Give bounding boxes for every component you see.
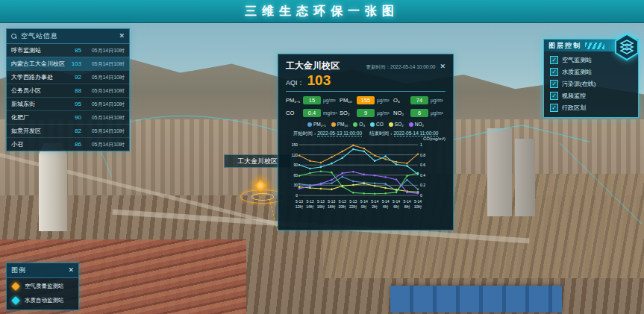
station-aqi-value: 86 — [65, 141, 81, 148]
pollutant-value-badge: 0.4 — [303, 109, 321, 117]
start-time-value[interactable]: 2022-05-13 11:00:00 — [317, 131, 362, 136]
station-list: 呼市监测站8505月14日10时内蒙古工大金川校区10305月14日10时大学西… — [7, 44, 129, 151]
decorative-stripes — [585, 43, 604, 49]
svg-text:8时: 8时 — [404, 204, 410, 209]
layer-label: 行政区划 — [562, 104, 586, 112]
station-row[interactable]: 新城东街9505月14日10时 — [7, 97, 129, 110]
svg-text:5-13: 5-13 — [296, 199, 303, 204]
pollutant-cell: PM₂.₅15µg/m³ — [286, 96, 338, 104]
legend-item[interactable]: O₃ — [353, 122, 365, 127]
layer-label: 空气监测站 — [562, 56, 592, 64]
checkbox-icon[interactable]: ✓ — [550, 104, 558, 112]
pollutant-value-badge: 6 — [410, 109, 428, 117]
station-list-panel: 空气站信息 ✕ 呼市监测站8505月14日10时内蒙古工大金川校区10305月1… — [6, 28, 130, 151]
station-name: 呼市监测站 — [11, 46, 65, 54]
svg-text:90: 90 — [293, 163, 298, 167]
station-row[interactable]: 化肥厂9005月14日10时 — [7, 110, 129, 124]
legend-label: CO — [376, 122, 384, 127]
svg-text:1: 1 — [420, 142, 422, 147]
svg-text:6时: 6时 — [393, 204, 399, 209]
svg-text:5-13: 5-13 — [306, 199, 313, 204]
pollutant-cell: NO₂6µg/m³ — [393, 109, 446, 117]
checkbox-icon[interactable]: ✓ — [550, 56, 558, 64]
svg-text:0.4: 0.4 — [420, 173, 425, 178]
divider — [286, 91, 446, 92]
svg-text:5-14: 5-14 — [371, 199, 378, 204]
legend-label: PM₂.₅ — [313, 122, 326, 127]
station-row[interactable]: 内蒙古工大金川校区10305月14日10时 — [7, 57, 129, 70]
legend-item[interactable]: PM₂.₅ — [307, 122, 326, 127]
svg-text:18时: 18时 — [328, 204, 336, 209]
pollutant-unit: µg/m³ — [431, 110, 443, 116]
legend-list: 空气质量监测站水质自动监测站 — [7, 278, 78, 310]
pollutant-label: PM₂.₅ — [286, 97, 301, 104]
legend-item-label: 空气质量监测站 — [25, 283, 64, 290]
svg-text:0.8: 0.8 — [420, 153, 425, 157]
gray-tower-building — [515, 139, 535, 216]
layer-toggle-row[interactable]: ✓水质监测站 — [550, 68, 632, 76]
legend-panel-header: 图例 ✕ — [7, 263, 78, 278]
update-time-label: 更新时间： — [366, 64, 391, 69]
svg-text:5-14: 5-14 — [414, 199, 422, 204]
svg-text:0.2: 0.2 — [420, 183, 425, 187]
close-icon[interactable]: ✕ — [440, 63, 446, 70]
station-row[interactable]: 小召8605月14日10时 — [7, 137, 129, 151]
app-stage: 三维生态环保一张图 空气站信息 ✕ 呼市监测站8505月14日10时内蒙古工大金… — [0, 0, 644, 314]
legend-item[interactable]: NO₂ — [409, 122, 424, 127]
pollutant-label: SO₂ — [340, 110, 354, 116]
popup-update-time: 更新时间：2022-05-14 10:00:00 — [366, 64, 436, 71]
station-aqi-value: 90 — [65, 114, 81, 121]
legend-item[interactable]: PM₁₀ — [331, 122, 348, 127]
station-row[interactable]: 呼市监测站8505月14日10时 — [7, 44, 129, 57]
gray-tower-building — [487, 128, 512, 216]
station-row[interactable]: 如意开发区8205月14日10时 — [7, 124, 129, 137]
pollutant-unit: µg/m³ — [431, 98, 443, 103]
pollutant-value-badge: 9 — [357, 109, 375, 117]
station-aqi-value: 95 — [65, 101, 81, 107]
svg-text:12时: 12时 — [296, 204, 304, 209]
svg-text:5-13: 5-13 — [328, 199, 335, 204]
legend-item-label: 水质自动监测站 — [25, 297, 64, 304]
close-icon[interactable]: ✕ — [68, 267, 74, 274]
pollutant-cell: PM₁₀155µg/m³ — [340, 96, 392, 104]
checkbox-icon[interactable]: ✓ — [550, 80, 558, 88]
right-axis-unit-label: CO(mg/m³) — [423, 136, 446, 141]
layer-toggle-row[interactable]: ✓行政区划 — [550, 104, 632, 112]
pollutant-trend-chart: CO(mg/m³) 030609012015000.20.40.60.815-1… — [286, 139, 446, 225]
pollutant-unit: µg/m³ — [323, 98, 336, 103]
pollutant-unit: mg/m³ — [323, 110, 337, 116]
svg-text:5-14: 5-14 — [404, 199, 411, 204]
svg-text:4时: 4时 — [383, 204, 389, 209]
blue-roof-warehouses — [390, 286, 562, 313]
legend-color-dot — [389, 122, 393, 127]
station-name: 化肥厂 — [11, 113, 65, 122]
aqi-value: 103 — [307, 73, 331, 87]
svg-text:22时: 22时 — [349, 204, 357, 209]
layer-list: ✓空气监测站✓水质监测站✓污染源(在线)✓视频监控✓行政区划 — [544, 51, 638, 117]
station-row[interactable]: 公务员小区8805月14日10时 — [7, 84, 129, 97]
layer-toggle-row[interactable]: ✓视频监控 — [550, 92, 632, 100]
pollutant-cell: SO₂9µg/m³ — [340, 109, 392, 117]
svg-text:0.6: 0.6 — [420, 163, 425, 167]
map-legend-item: 水质自动监测站 — [13, 297, 72, 304]
checkbox-icon[interactable]: ✓ — [550, 92, 558, 100]
svg-text:5-14: 5-14 — [382, 199, 390, 204]
checkbox-icon[interactable]: ✓ — [550, 68, 558, 76]
update-time-value: 2022-05-14 10:00:00 — [390, 64, 435, 69]
station-detail-popup: 工大金川校区 更新时间：2022-05-14 10:00:00 ✕ AQI： 1… — [278, 54, 454, 230]
layer-toggle-row[interactable]: ✓污染源(在线) — [550, 80, 632, 88]
layers-icon[interactable] — [613, 33, 640, 61]
station-aqi-value: 85 — [65, 47, 81, 54]
layer-label: 水质监测站 — [562, 68, 592, 76]
marker-pulse-ring — [251, 193, 274, 201]
station-row[interactable]: 大学西路办事处9205月14日10时 — [7, 70, 129, 84]
station-name: 大学西路办事处 — [11, 73, 65, 81]
end-time-value[interactable]: 2022-05-14 11:00:00 — [394, 131, 439, 136]
station-panel-header: 空气站信息 ✕ — [7, 29, 129, 44]
legend-item[interactable]: SO₂ — [389, 122, 404, 127]
station-aqi-value: 103 — [65, 60, 81, 67]
legend-marker-icon — [11, 282, 19, 290]
svg-text:30: 30 — [293, 183, 298, 187]
close-icon[interactable]: ✕ — [119, 33, 125, 40]
legend-item[interactable]: CO — [370, 122, 384, 127]
